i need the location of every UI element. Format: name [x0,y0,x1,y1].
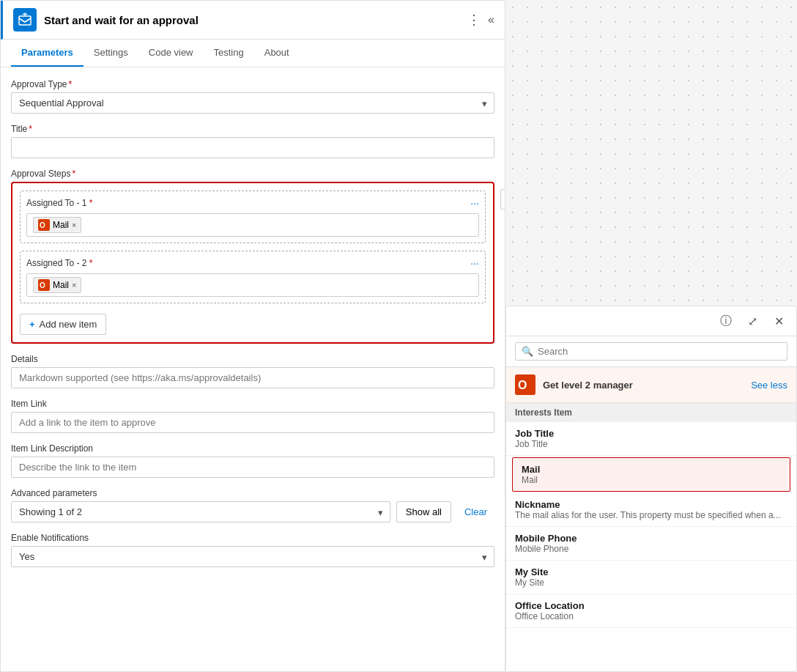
show-all-button[interactable]: Show all [396,501,451,523]
action-header: Start and wait for an approval ⋮ « [1,1,505,40]
advanced-params-section: Advanced parameters Showing 1 of 2 ▾ Sho… [11,488,494,523]
left-panel: Start and wait for an approval ⋮ « Param… [0,0,505,672]
step-2-label: Assigned To - 2 * [26,258,93,268]
step-1-mail-remove[interactable]: × [72,221,76,229]
step-2-mail-remove[interactable]: × [72,281,76,289]
property-item-mobile-phone[interactable]: Mobile Phone Mobile Phone [506,527,796,561]
approval-type-label: Approval Type* [11,79,494,89]
property-name-office-location: Office Location [515,600,787,611]
property-item-job-title[interactable]: Job Title Job Title [506,422,796,456]
item-link-desc-label: Item Link Description [11,443,494,454]
add-new-item-label: Add new item [40,319,97,330]
svg-rect-0 [19,16,31,25]
property-desc-job-title: Job Title [515,439,787,449]
advanced-params-row: Showing 1 of 2 ▾ Show all Clear [11,501,494,523]
add-new-item-button[interactable]: + Add new item [20,314,106,335]
item-link-desc-input[interactable] [11,457,494,478]
property-item-my-site[interactable]: My Site My Site [506,561,796,594]
plus-icon: + [29,319,35,330]
details-label: Details [11,354,494,364]
property-desc-mail: Mail [522,475,781,485]
step-2-options[interactable]: ··· [470,257,479,269]
approval-type-dropdown[interactable]: Sequential Approval ▾ [11,92,494,114]
form-content: Approval Type* Sequential Approval ▾ Tit… [1,67,505,671]
property-name-my-site: My Site [515,566,787,577]
tabs-bar: Parameters Settings Code view Testing Ab… [1,40,505,67]
title-field: Title* Managers Vacation Request Approva… [11,124,494,158]
step-2-item: Assigned To - 2 * ··· O Mail × [20,251,486,303]
collapse-button[interactable]: « [488,13,494,26]
step-1-label: Assigned To - 1 * [26,198,93,208]
property-item-nickname[interactable]: Nickname The mail alias for the user. Th… [506,493,796,527]
step-2-assigned-field[interactable]: O Mail × [26,273,479,297]
canvas-area [505,0,797,306]
active-item-banner: O Get level 2 manager See less [506,367,796,403]
property-picker-panel: ⓘ ⤢ ✕ 🔍 O Get level 2 manager See less I… [505,306,797,672]
step-2-mail-tag: O Mail × [33,277,81,293]
enable-notifications-field: Enable Notifications Yes No ▾ [11,533,494,567]
more-options-button[interactable]: ⋮ [467,12,481,28]
item-link-input[interactable] [11,412,494,433]
property-name-mail: Mail [522,464,781,475]
property-desc-my-site: My Site [515,577,787,588]
search-box: 🔍 [506,336,796,367]
title-label: Title* [11,124,494,134]
property-desc-nickname: The mail alias for the user. This proper… [515,510,787,520]
details-input[interactable] [11,367,494,388]
title-input[interactable]: Managers Vacation Request Approval [11,137,494,158]
search-icon: 🔍 [522,346,533,357]
details-field: Details [11,354,494,388]
tab-parameters[interactable]: Parameters [11,40,84,67]
advanced-params-dropdown[interactable]: Showing 1 of 2 ▾ [11,501,390,523]
approval-steps-box: Assigned To - 1 * ··· O Mail × [11,182,494,344]
section-interests: Interests Item [506,403,796,422]
search-input[interactable] [538,346,781,357]
property-name-nickname: Nickname [515,499,787,510]
enable-notifications-select[interactable]: Yes No [11,546,494,567]
svg-text:O: O [518,379,527,391]
svg-text:O: O [40,221,45,229]
step-2-mail-label: Mail [53,280,69,290]
action-icon [13,8,37,32]
info-icon[interactable]: ⓘ [717,312,735,330]
step-1-mail-label: Mail [53,220,69,230]
item-link-label: Item Link [11,399,494,409]
tab-about[interactable]: About [254,40,300,67]
enable-notifications-dropdown[interactable]: Yes No ▾ [11,546,494,567]
advanced-params-label: Advanced parameters [11,488,494,498]
property-item-mail[interactable]: Mail Mail [512,457,790,492]
approval-steps-section: Approval Steps* Assigned To - 1 * ··· [11,169,494,344]
step-1-header: Assigned To - 1 * ··· [26,197,479,209]
tab-settings[interactable]: Settings [84,40,138,67]
search-input-wrapper: 🔍 [515,342,787,361]
header-actions: ⋮ « [467,12,494,28]
step-1-options[interactable]: ··· [470,197,479,209]
see-less-button[interactable]: See less [751,380,787,391]
property-name-job-title: Job Title [515,428,787,439]
item-link-field: Item Link [11,399,494,433]
approval-type-field: Approval Type* Sequential Approval ▾ [11,79,494,114]
active-item-title: Get level 2 manager [543,380,744,391]
property-name-mobile-phone: Mobile Phone [515,533,787,544]
tab-testing[interactable]: Testing [204,40,254,67]
clear-button[interactable]: Clear [457,502,494,522]
enable-notifications-label: Enable Notifications [11,533,494,543]
advanced-params-select[interactable]: Showing 1 of 2 [11,501,390,523]
property-list: Interests Item Job Title Job Title Mail … [506,403,796,671]
tab-code-view[interactable]: Code view [138,40,204,67]
approval-type-select[interactable]: Sequential Approval [11,92,494,114]
approval-steps-label: Approval Steps* [11,169,494,179]
expand-icon[interactable]: ⤢ [744,312,761,330]
add-new-item-wrapper: + Add new item [20,311,486,335]
panel-header: ⓘ ⤢ ✕ [506,306,796,336]
property-desc-office-location: Office Location [515,611,787,621]
copy-icon[interactable] [500,189,505,210]
step-2-header: Assigned To - 2 * ··· [26,257,479,269]
svg-text:O: O [40,281,45,289]
step-1-mail-tag: O Mail × [33,217,81,233]
close-icon[interactable]: ✕ [770,312,787,330]
step-1-item: Assigned To - 1 * ··· O Mail × [20,191,486,243]
step-1-assigned-field[interactable]: O Mail × [26,213,479,237]
property-item-office-location[interactable]: Office Location Office Location [506,594,796,628]
item-link-desc-field: Item Link Description [11,443,494,478]
